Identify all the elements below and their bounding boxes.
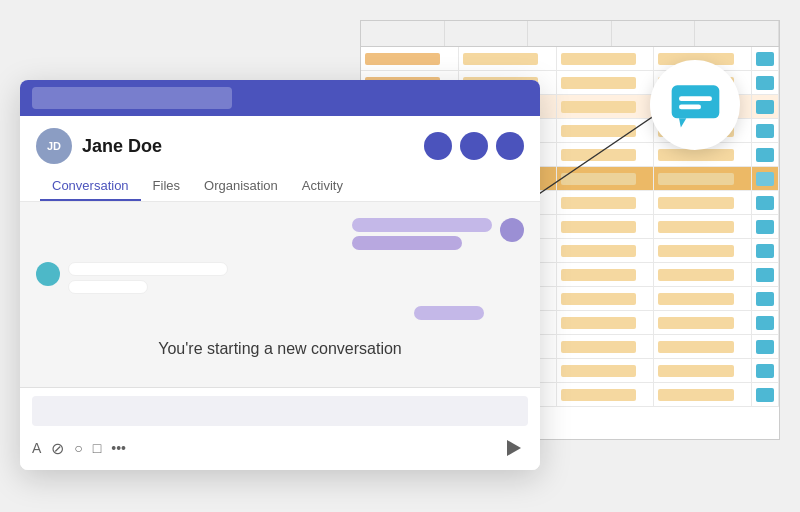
send-button[interactable]: [500, 434, 528, 462]
spreadsheet-header: [361, 21, 779, 47]
compose-input[interactable]: [32, 396, 528, 426]
mini-avatar-1: [500, 218, 524, 242]
rect-button[interactable]: □: [93, 440, 101, 456]
mini-avatar-2: [36, 262, 60, 286]
header-cell-4: [612, 21, 696, 46]
user-name: Jane Doe: [82, 136, 162, 157]
user-row: JD Jane Doe: [36, 128, 524, 172]
teams-titlebar: [20, 80, 540, 116]
action-button-2[interactable]: [460, 132, 488, 160]
user-actions: [424, 132, 524, 160]
cell-3: [557, 47, 655, 70]
tab-conversation[interactable]: Conversation: [40, 172, 141, 201]
chat-area: You're starting a new conversation: [20, 202, 540, 387]
teams-content: JD Jane Doe Conversation Files Organisat…: [20, 116, 540, 470]
svg-marker-3: [679, 118, 686, 127]
tabs-row: Conversation Files Organisation Activity: [36, 172, 524, 201]
header-cell-2: [445, 21, 529, 46]
attach-button[interactable]: ⊘: [51, 439, 64, 458]
format-button[interactable]: A: [32, 440, 41, 456]
toolbar-left: A ⊘ ○ □ •••: [32, 439, 126, 458]
chat-bubble-icon: [650, 60, 740, 150]
header-cell-5: [695, 21, 779, 46]
bubble-content-2: [68, 262, 228, 294]
user-left: JD Jane Doe: [36, 128, 162, 164]
cell-main: [361, 47, 459, 70]
titlebar-search[interactable]: [32, 87, 232, 109]
bubble-bar: [352, 236, 462, 250]
more-button[interactable]: •••: [111, 440, 126, 456]
header-cell-3: [528, 21, 612, 46]
avatar: JD: [36, 128, 72, 164]
teams-window: JD Jane Doe Conversation Files Organisat…: [20, 80, 540, 470]
compose-area: A ⊘ ○ □ •••: [20, 387, 540, 470]
chat-bubble-row-2: [36, 262, 524, 294]
chat-bubble-row-1: [36, 218, 524, 250]
tab-files[interactable]: Files: [141, 172, 192, 201]
svg-rect-0: [671, 85, 719, 118]
user-header: JD Jane Doe Conversation Files Organisat…: [20, 116, 540, 202]
bubble-content-1: [352, 218, 492, 250]
cell-2: [459, 47, 557, 70]
compose-toolbar: A ⊘ ○ □ •••: [32, 434, 528, 462]
svg-rect-1: [679, 96, 712, 101]
bubble-bar: [352, 218, 492, 232]
svg-rect-2: [679, 104, 701, 109]
bubble-bar: [68, 262, 228, 276]
new-conversation-text: You're starting a new conversation: [36, 340, 524, 358]
emoji-button[interactable]: ○: [74, 440, 82, 456]
bubble-bar: [68, 280, 148, 294]
header-cell-1: [361, 21, 445, 46]
cell-tag: [752, 47, 779, 70]
action-button-3[interactable]: [496, 132, 524, 160]
send-icon: [507, 440, 521, 456]
bubble-bar-small: [414, 306, 484, 320]
action-button-1[interactable]: [424, 132, 452, 160]
tab-organisation[interactable]: Organisation: [192, 172, 290, 201]
tab-activity[interactable]: Activity: [290, 172, 355, 201]
